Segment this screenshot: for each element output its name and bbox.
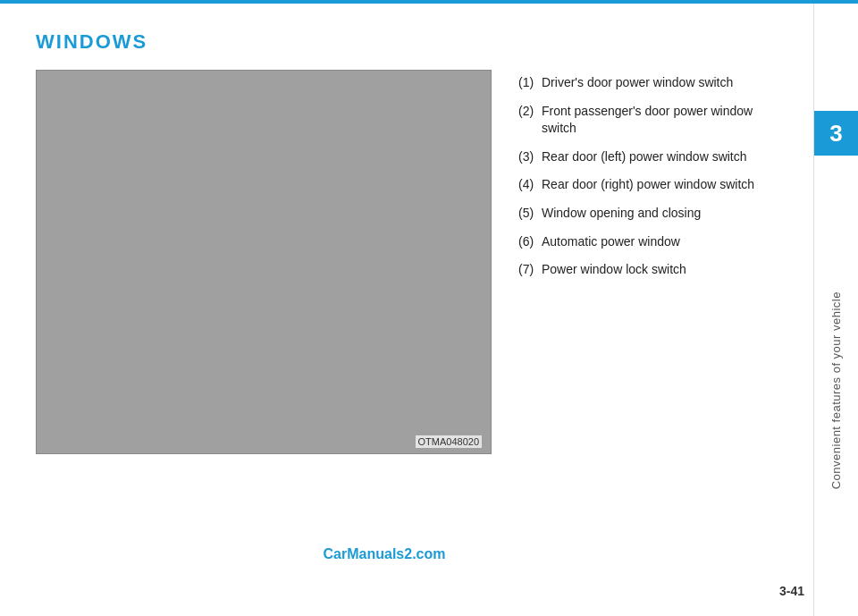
list-num-1: (1) (518, 74, 538, 92)
chapter-badge: 3 (814, 111, 859, 156)
list-num-6: (6) (518, 233, 538, 251)
list-item: (2) Front passenger's door power window … (518, 103, 778, 138)
content-area: OTMA048020 (1) Driver's door power windo… (36, 70, 778, 454)
page-title: WINDOWS (36, 30, 778, 54)
watermark-area: CarManuals2.com (0, 571, 769, 616)
sidebar-text-wrapper: Convenient features of your vehicle (829, 165, 843, 616)
image-container: OTMA048020 (36, 70, 492, 454)
diagram-image: OTMA048020 (36, 70, 492, 454)
list-text-5: Window opening and closing (542, 205, 701, 223)
list-num-4: (4) (518, 176, 538, 194)
list-num-2: (2) (518, 103, 538, 121)
website-link[interactable]: CarManuals2.com (206, 546, 563, 562)
list-item: (1) Driver's door power window switch (518, 74, 778, 92)
description-list: (1) Driver's door power window switch (2… (518, 70, 778, 290)
list-num-5: (5) (518, 205, 538, 223)
list-text-2: Front passenger's door power window swit… (542, 103, 778, 138)
page-number: 3-41 (779, 584, 804, 598)
list-item: (4) Rear door (right) power window switc… (518, 176, 778, 194)
list-text-6: Automatic power window (542, 233, 680, 251)
list-num-7: (7) (518, 261, 538, 279)
image-code: OTMA048020 (416, 435, 482, 448)
sidebar-chapter-label: Convenient features of your vehicle (829, 291, 843, 489)
list-num-3: (3) (518, 148, 538, 166)
list-item: (7) Power window lock switch (518, 261, 778, 279)
list-text-7: Power window lock switch (542, 261, 686, 279)
right-sidebar: 3 Convenient features of your vehicle (813, 4, 858, 616)
list-text-1: Driver's door power window switch (542, 74, 733, 92)
list-item: (5) Window opening and closing (518, 205, 778, 223)
list-item: (3) Rear door (left) power window switch (518, 148, 778, 166)
list-text-3: Rear door (left) power window switch (542, 148, 747, 166)
main-content: WINDOWS OTMA048020 (1) Driver's door pow… (0, 4, 813, 616)
list-text-4: Rear door (right) power window switch (542, 176, 754, 194)
items-list: (1) Driver's door power window switch (2… (518, 74, 778, 279)
list-item: (6) Automatic power window (518, 233, 778, 251)
